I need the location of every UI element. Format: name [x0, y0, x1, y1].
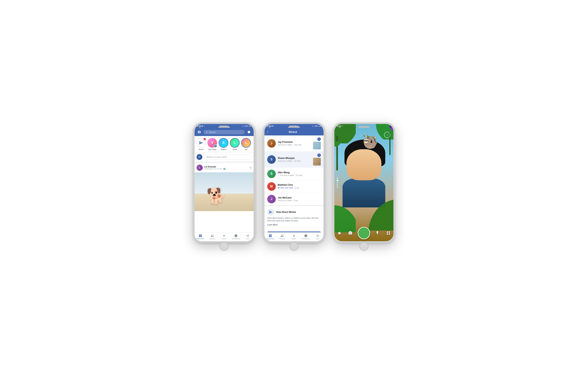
tab-notifications[interactable]: Notifications: [230, 234, 242, 240]
tab2-news-feed[interactable]: News Feed: [265, 234, 276, 240]
shaon-avatar: S: [267, 155, 276, 164]
story-sharon[interactable]: S Sharon: [219, 138, 228, 150]
svg-rect-0: [199, 234, 201, 236]
dog-image: 🐕: [206, 187, 226, 205]
phone-ar-camera: 🦥: [333, 122, 395, 243]
bottom-tabs-1: News Feed Requests Videos Notifications: [194, 232, 254, 241]
matthew-preview: Saw your reply · 2 hrs: [278, 187, 321, 189]
phone-speaker: [219, 126, 229, 127]
jay-badge: 1: [317, 137, 321, 141]
post-input[interactable]: What's on your mind?: [204, 154, 252, 160]
whats-on-mind[interactable]: U What's on your mind?: [194, 153, 254, 163]
tab2-requests[interactable]: Requests: [276, 234, 288, 240]
post-meta: Yesterday at 10:14 PM · 🌍: [204, 168, 225, 170]
wifi-icon: ▲: [242, 125, 244, 127]
search-bar[interactable]: Search: [203, 130, 245, 134]
direct-info-icon: [267, 209, 274, 216]
home-button-1[interactable]: [219, 242, 229, 251]
message-item-jon[interactable]: J Jon McCann Sent you a video · 8 hrs: [265, 193, 323, 205]
ar-dot-3: [337, 182, 338, 183]
jay-right: 1: [313, 137, 321, 149]
message-item-sibo[interactable]: S Sibo Wang ↗ You sent a video · 23 mins: [265, 168, 323, 180]
message-item-jay[interactable]: J Jay Firestone Sent you a video · Just …: [265, 135, 323, 152]
tab-videos-label: Videos: [222, 238, 226, 240]
tab-more[interactable]: More: [242, 234, 254, 240]
matthew-content: Matthew Choi Saw your reply · 2 hrs: [278, 183, 321, 189]
tab-videos[interactable]: Videos: [218, 234, 230, 240]
tab-news-feed[interactable]: News Feed: [194, 234, 206, 240]
tab2-more-label: More: [316, 238, 319, 240]
svg-rect-10: [387, 233, 388, 234]
tab2-news-feed-label: News Feed: [267, 238, 274, 240]
shaon-content: Shaon Bhuiyan Sent you a photo · 12 mins: [278, 157, 311, 162]
gallery-button[interactable]: [385, 230, 392, 237]
jon-content: Jon McCann Sent you a video · 8 hrs: [278, 196, 321, 202]
home-button-2[interactable]: [289, 242, 299, 251]
shaon-name: Shaon Bhuiyan: [278, 157, 311, 160]
saw-reply-text: Saw your reply: [280, 187, 293, 189]
jay-name: Jay Firestone: [278, 141, 311, 143]
message-item-shaon[interactable]: S Shaon Bhuiyan Sent you a photo · 12 mi…: [265, 152, 323, 168]
jon-name: Jon McCann: [278, 196, 321, 199]
post-card: L Liz Keneski Yesterday at 10:14 PM · 🌍 …: [194, 163, 254, 211]
capture-button[interactable]: [358, 227, 370, 239]
ar-dot-1: [337, 178, 338, 179]
tab2-more[interactable]: More: [312, 234, 323, 240]
svg-rect-8: [387, 231, 388, 232]
svg-rect-2: [199, 236, 201, 237]
story-direct[interactable]: 2 Direct: [196, 138, 206, 150]
wifi-icon-2: ▲: [312, 125, 314, 127]
effects-button[interactable]: [336, 230, 343, 237]
stories-row: 2 Direct + Y Your Story: [194, 136, 254, 153]
post-placeholder: What's on your mind?: [206, 156, 227, 158]
tab2-notifications[interactable]: Notifications: [300, 234, 312, 240]
tab-requests[interactable]: Requests: [206, 234, 218, 240]
tab-more-label: More: [246, 238, 249, 240]
story-your-story[interactable]: + Y Your Story: [207, 138, 217, 150]
jon-preview: Sent you a video · 8 hrs: [278, 199, 321, 202]
ar-dot-5: [337, 186, 338, 188]
phone-speaker-3: [359, 126, 369, 127]
battery-level: 100%: [245, 125, 249, 127]
svg-rect-7: [271, 236, 272, 237]
story-laura[interactable]: L Laura: [230, 138, 240, 150]
ar-dot-2: [337, 180, 338, 181]
back-button[interactable]: ‹: [267, 130, 268, 134]
signal-dots-2: [267, 126, 274, 126]
tab-news-feed-label: News Feed: [197, 238, 204, 240]
tab-notifications-label: Notifications: [232, 238, 240, 240]
jay-preview: Sent you a video · Just now: [278, 144, 311, 146]
ar-screen: 🦥: [334, 124, 394, 241]
post-menu[interactable]: ∨: [249, 166, 252, 169]
ar-next-button[interactable]: [384, 132, 390, 138]
message-item-matthew[interactable]: M Matthew Choi Saw your reply · 2 hrs: [265, 180, 323, 193]
learn-more-link[interactable]: Learn More: [267, 224, 321, 226]
matthew-name: Matthew Choi: [278, 183, 321, 186]
camera-button[interactable]: [196, 129, 202, 135]
story-leo[interactable]: L Leo: [241, 138, 251, 150]
shaon-thumbnail: [313, 158, 321, 166]
status-right: ▲ 100% ▬: [242, 125, 251, 127]
how-direct-section: How Direct Works Open direct photos, vid…: [265, 206, 323, 229]
flash-button[interactable]: [374, 230, 381, 237]
messenger-button[interactable]: [246, 129, 252, 135]
post-avatar: L: [196, 165, 203, 171]
ar-dot-4: [337, 184, 338, 185]
svg-rect-6: [269, 236, 270, 237]
status-right-2: ▲ 100% ▬: [312, 125, 321, 127]
flip-camera-button[interactable]: [347, 230, 354, 237]
tab-requests-label: Requests: [209, 238, 215, 240]
message-list: J Jay Firestone Sent you a video · Just …: [265, 135, 323, 230]
tab2-videos[interactable]: Videos: [288, 234, 300, 240]
svg-rect-1: [201, 234, 202, 236]
search-placeholder: Search: [209, 131, 216, 133]
svg-rect-9: [389, 231, 390, 232]
person-photo: [343, 140, 385, 207]
story-direct-label: Direct: [199, 148, 203, 150]
home-button-3[interactable]: [359, 242, 369, 251]
phone-speaker-2: [289, 126, 299, 127]
laura-label: Laura: [232, 148, 237, 150]
jon-avatar: J: [267, 195, 276, 203]
ar-controls: [334, 227, 394, 239]
phone-camera-lens: [199, 126, 201, 128]
